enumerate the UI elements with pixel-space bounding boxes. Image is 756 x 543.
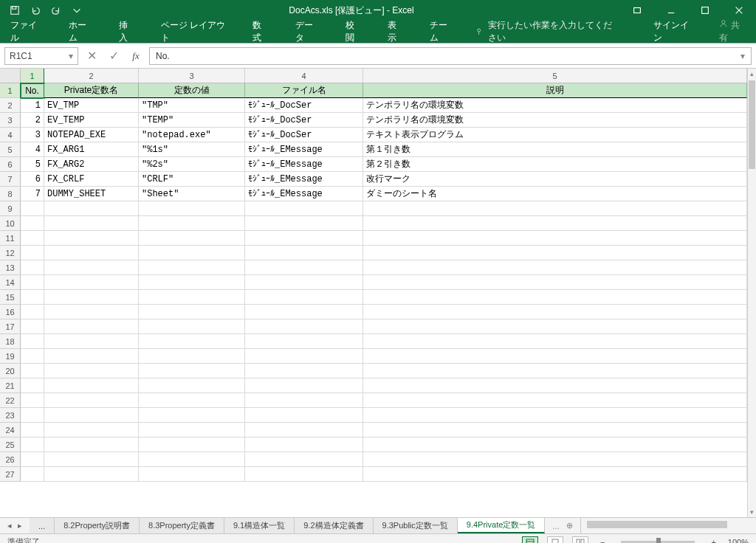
data-cell[interactable] (363, 319, 747, 334)
data-cell[interactable] (245, 216, 363, 231)
formula-input[interactable]: No. ▾ (149, 47, 752, 65)
row-header[interactable]: 4 (0, 128, 21, 142)
data-cell[interactable]: "notepad.exe" (139, 128, 245, 142)
data-cell[interactable] (139, 275, 245, 290)
sheet-prev-icon[interactable]: ◂ (7, 521, 12, 530)
new-sheet-icon[interactable]: ⊕ (566, 521, 573, 530)
row-header[interactable]: 6 (0, 157, 21, 172)
row-header[interactable]: 8 (0, 187, 21, 201)
data-cell[interactable]: 3 (21, 128, 44, 142)
redo-icon[interactable] (50, 4, 62, 16)
data-cell[interactable]: FX_ARG2 (44, 157, 139, 172)
data-cell[interactable] (21, 305, 44, 319)
data-cell[interactable] (44, 216, 139, 231)
data-cell[interactable] (21, 201, 44, 216)
data-cell[interactable] (21, 260, 44, 275)
data-cell[interactable]: "TMP" (139, 98, 245, 113)
minimize-icon[interactable] (654, 0, 688, 21)
data-cell[interactable] (139, 231, 245, 246)
data-cell[interactable] (245, 260, 363, 275)
data-cell[interactable] (245, 246, 363, 260)
close-icon[interactable] (722, 0, 756, 21)
data-cell[interactable] (363, 437, 747, 452)
data-cell[interactable] (245, 305, 363, 319)
sheet-tab[interactable]: 9.4Private定数一覧 (458, 518, 546, 533)
undo-icon[interactable] (30, 4, 41, 16)
data-cell[interactable] (44, 231, 139, 246)
data-cell[interactable] (139, 260, 245, 275)
data-cell[interactable]: "CRLF" (139, 172, 245, 187)
data-cell[interactable] (21, 319, 44, 334)
data-cell[interactable] (139, 216, 245, 231)
row-header[interactable]: 26 (0, 452, 21, 467)
data-cell[interactable] (245, 275, 363, 290)
data-cell[interactable] (139, 334, 245, 349)
scroll-down-icon[interactable]: ▾ (748, 507, 756, 517)
data-cell[interactable] (44, 260, 139, 275)
data-cell[interactable]: 4 (21, 142, 44, 157)
data-cell[interactable]: ﾓｼﾞｭｰﾙ_DocSer (245, 98, 363, 113)
tab-home[interactable]: ホーム (64, 19, 97, 44)
cancel-icon[interactable]: ✕ (83, 47, 100, 65)
data-cell[interactable]: 第１引き数 (363, 142, 747, 157)
header-cell[interactable]: 定数の値 (139, 83, 245, 98)
data-cell[interactable] (21, 231, 44, 246)
sheet-tab[interactable]: 9.2構造体定義書 (295, 518, 373, 533)
data-cell[interactable] (139, 467, 245, 482)
data-cell[interactable] (245, 201, 363, 216)
data-cell[interactable] (21, 349, 44, 364)
data-cell[interactable]: FX_CRLF (44, 172, 139, 187)
row-header[interactable]: 18 (0, 334, 21, 349)
data-cell[interactable] (245, 349, 363, 364)
tab-insert[interactable]: 挿入 (114, 19, 139, 44)
row-header[interactable]: 3 (0, 113, 21, 128)
row-header[interactable]: 10 (0, 216, 21, 231)
fx-icon[interactable]: fx (127, 47, 145, 65)
row-header[interactable]: 11 (0, 231, 21, 246)
data-cell[interactable] (363, 423, 747, 437)
data-cell[interactable] (21, 364, 44, 378)
header-cell[interactable]: 説明 (363, 83, 747, 98)
data-cell[interactable] (21, 408, 44, 423)
col-header-1[interactable]: 1 (21, 69, 44, 83)
tab-team[interactable]: チーム (425, 19, 458, 44)
row-header[interactable]: 7 (0, 172, 21, 187)
data-cell[interactable] (21, 334, 44, 349)
signin-link[interactable]: サインイン (649, 19, 697, 44)
header-cell[interactable]: ファイル名 (245, 83, 363, 98)
sheet-tab-overflow-left[interactable]: ... (30, 518, 55, 533)
row-header[interactable]: 27 (0, 467, 21, 482)
data-cell[interactable] (363, 393, 747, 408)
share-button[interactable]: 共有 (715, 19, 750, 44)
data-cell[interactable]: ダミーのシート名 (363, 187, 747, 201)
data-cell[interactable] (21, 467, 44, 482)
row-header[interactable]: 19 (0, 349, 21, 364)
data-cell[interactable]: "Sheet" (139, 187, 245, 201)
view-pagelayout-icon[interactable] (547, 536, 563, 544)
data-cell[interactable] (139, 246, 245, 260)
data-cell[interactable] (245, 437, 363, 452)
data-cell[interactable]: 1 (21, 98, 44, 113)
data-cell[interactable] (139, 408, 245, 423)
col-header-5[interactable]: 5 (363, 69, 747, 83)
data-cell[interactable]: テキスト表示プログラム (363, 128, 747, 142)
vertical-scrollbar[interactable]: ▴ ▾ (747, 69, 756, 517)
sheet-nav-arrows[interactable]: ◂ ▸ (0, 518, 30, 533)
data-cell[interactable] (44, 334, 139, 349)
tab-data[interactable]: データ (291, 19, 323, 44)
save-icon[interactable] (9, 4, 21, 16)
data-cell[interactable] (21, 378, 44, 393)
header-cell[interactable]: Private定数名 (44, 83, 139, 98)
tab-file[interactable]: ファイル (6, 19, 47, 44)
name-box[interactable]: R1C1 ▾ (4, 47, 78, 65)
tab-review[interactable]: 校閲 (341, 19, 365, 44)
data-cell[interactable]: ﾓｼﾞｭｰﾙ_EMessage (245, 157, 363, 172)
tab-view[interactable]: 表示 (383, 19, 408, 44)
data-cell[interactable] (139, 349, 245, 364)
tab-pagelayout[interactable]: ページ レイアウト (157, 19, 230, 44)
data-cell[interactable] (363, 452, 747, 467)
row-header[interactable]: 1 (0, 83, 21, 98)
row-header[interactable]: 23 (0, 408, 21, 423)
col-header-3[interactable]: 3 (139, 69, 245, 83)
data-cell[interactable] (139, 437, 245, 452)
